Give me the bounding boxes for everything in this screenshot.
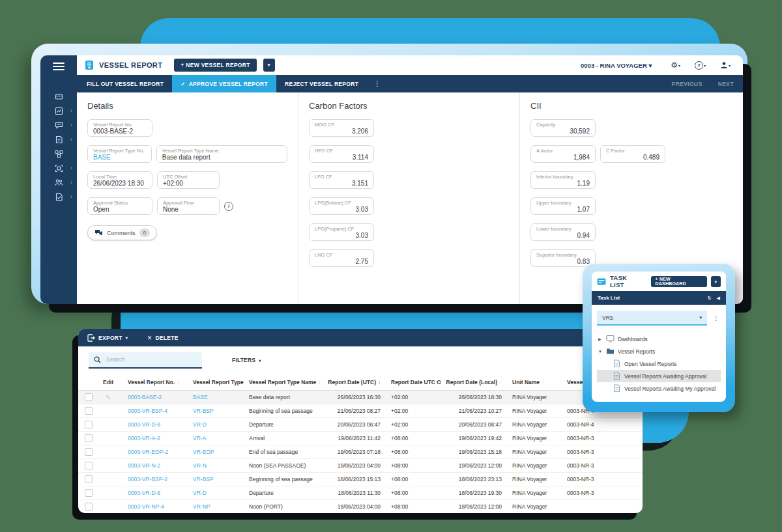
settings-gear-icon[interactable]: ⚙▾: [671, 61, 680, 70]
a-factor-field[interactable]: A factor 1,984: [530, 145, 596, 163]
row-checkbox[interactable]: [85, 434, 93, 442]
sidebar-item-messages[interactable]: ›: [40, 118, 77, 132]
vessel-report-no-link[interactable]: 0003-VR-D-8: [123, 421, 188, 428]
unit-selector[interactable]: 0003 - RINA VOYAGER ▾: [581, 62, 652, 69]
vessel-report-no-field[interactable]: Vessel Report No. 0003-BASE-2: [87, 119, 152, 137]
table-row[interactable]: 0003-VR-BSP-2VR-BSPBeginning of sea pass…: [78, 473, 643, 486]
tree-item-vessel-reports[interactable]: ▼Vessel Reports: [597, 345, 721, 357]
sort-arrow-icon[interactable]: ↓: [177, 379, 179, 385]
more-actions-icon[interactable]: ⋮: [367, 79, 387, 88]
row-checkbox[interactable]: [85, 448, 93, 456]
user-account-icon[interactable]: ▾: [720, 61, 731, 69]
row-checkbox[interactable]: [85, 421, 93, 428]
table-row[interactable]: ✎0003-BASE-2BASEBase data report26/06/20…: [78, 391, 643, 404]
table-row[interactable]: 0003-VR-NP-4VR-NPNoon (PORT)18/06/2023 0…: [78, 500, 643, 513]
sort-arrow-icon[interactable]: ↓: [378, 379, 381, 385]
vessel-report-type-no-link[interactable]: VR-A: [188, 435, 244, 441]
vrs-select[interactable]: VRS ▾: [597, 311, 707, 326]
row-checkbox[interactable]: [85, 503, 93, 511]
search-input[interactable]: [105, 356, 179, 363]
vessel-report-type-no-link[interactable]: VR-BSP: [188, 408, 244, 414]
vessel-report-no-link[interactable]: 0003-VR-EOP-2: [123, 449, 188, 455]
vessel-report-no-link[interactable]: 0003-VR-BSP-4: [123, 408, 188, 414]
vessel-report-no-link[interactable]: 0003-BASE-2: [123, 394, 188, 400]
sidebar-item-card[interactable]: [40, 89, 77, 104]
table-row[interactable]: 0003-VR-EOP-2VR-EOPEnd of sea passage19/…: [78, 445, 643, 459]
tab-fill-out-vessel-report[interactable]: FILL OUT VESSEL REPORT: [78, 75, 172, 92]
capacity-field[interactable]: Capacity 30,592: [530, 119, 596, 137]
help-icon[interactable]: ?▾: [695, 61, 706, 70]
vessel-report-type-name-field[interactable]: Vessel Report Type Name Base data report: [156, 145, 287, 163]
carbon-factor-field-0[interactable]: MGO CF3.206: [309, 119, 374, 137]
search-box[interactable]: [89, 352, 202, 369]
select-menu-icon[interactable]: ⋮: [712, 315, 721, 322]
filters-button[interactable]: FILTERS ▾: [232, 357, 261, 363]
superior-boundary-field[interactable]: Superior boundary 0.83: [530, 249, 596, 267]
row-checkbox[interactable]: [85, 475, 93, 483]
collapse-panel-icon[interactable]: ◀: [717, 297, 720, 300]
row-checkbox[interactable]: [85, 393, 93, 401]
sidebar-item-charts[interactable]: ›: [40, 104, 77, 118]
approval-flow-info-icon[interactable]: i: [224, 202, 233, 211]
carbon-factor-field-4[interactable]: LPG(Propane) CF3.03: [309, 223, 374, 241]
row-checkbox[interactable]: [85, 489, 93, 497]
table-row[interactable]: 0003-VR-D-6VR-DDeparture18/06/2023 11:30…: [78, 486, 643, 500]
table-row[interactable]: 0003-VR-A-2VR-AArrival19/06/2023 11:42+0…: [78, 432, 643, 445]
vessel-report-no-link[interactable]: 0003-VR-A-2: [123, 435, 188, 441]
vessel-report-type-no-link[interactable]: VR-D: [188, 490, 244, 496]
carbon-factor-field-3[interactable]: LPG(Butane) CF3.03: [309, 197, 374, 215]
lower-boundary-field[interactable]: Lower boundary 0.94: [530, 223, 596, 241]
table-row[interactable]: 0003-VR-N-2VR-NNoon (SEA PASSAGE)19/06/2…: [78, 459, 643, 473]
new-vessel-report-caret-button[interactable]: ▾: [263, 59, 275, 72]
tree-item-vessel-reports-awaiting-approval[interactable]: Vessel Reports Awaiting Approval: [597, 370, 721, 382]
tree-caret-icon[interactable]: ▶: [598, 337, 603, 341]
delete-button[interactable]: × DELETE: [147, 334, 179, 342]
next-button[interactable]: NEXT: [710, 81, 742, 87]
table-row[interactable]: 0003-VR-D-8VR-DDeparture20/06/2023 06:47…: [78, 418, 643, 432]
new-dashboard-caret-button[interactable]: ▾: [711, 276, 721, 287]
vessel-report-type-no-link[interactable]: VR-NP: [188, 503, 244, 510]
vessel-report-type-no-field[interactable]: Vessel Report Type No. BASE: [87, 145, 152, 163]
tab-approve-vessel-report[interactable]: ✓APPROVE VESSEL REPORT: [172, 75, 276, 92]
sidebar-item-frames[interactable]: ›: [40, 161, 77, 175]
vessel-report-no-link[interactable]: 0003-VR-BSP-2: [123, 476, 188, 483]
inferior-boundary-field[interactable]: Inferior boundary 1.19: [530, 171, 596, 189]
tab-reject-vessel-report[interactable]: REJECT VESSEL REPORT: [276, 75, 367, 92]
new-vessel-report-button[interactable]: + NEW VESSEL REPORT: [174, 59, 256, 72]
vessel-report-no-link[interactable]: 0003-VR-N-2: [123, 462, 188, 469]
vessel-report-type-no-link[interactable]: VR-D: [188, 421, 244, 428]
edit-pencil-icon[interactable]: ✎: [98, 394, 123, 401]
carbon-factor-field-1[interactable]: HFO CF3.114: [309, 145, 374, 163]
menu-icon[interactable]: [53, 61, 65, 72]
sort-arrow-icon[interactable]: ↓: [499, 379, 502, 385]
row-checkbox[interactable]: [85, 407, 93, 415]
local-time-field[interactable]: Local Time 26/06/2023 18:30: [87, 171, 152, 189]
sidebar-item-workflow[interactable]: [40, 147, 77, 161]
vessel-report-type-no-link[interactable]: VR-N: [188, 462, 244, 469]
carbon-factor-field-5[interactable]: LNG CF2.75: [309, 249, 374, 267]
vessel-report-type-no-link[interactable]: VR-EOP: [188, 449, 244, 455]
approval-status-field[interactable]: Approval Status Open: [87, 197, 152, 215]
upper-boundary-field[interactable]: Upper boundary 1.07: [530, 197, 596, 215]
vessel-report-type-no-link[interactable]: VR-BSP: [188, 476, 244, 483]
tree-item-vessel-reports-awaiting-my-approval[interactable]: Vessel Reports Awaiting My Approval: [597, 382, 721, 395]
sidebar-item-document[interactable]: ›: [40, 132, 77, 147]
approval-flow-field[interactable]: Approval Flow None: [157, 197, 220, 215]
table-row[interactable]: 0003-VR-BSP-4VR-BSPBeginning of sea pass…: [78, 404, 643, 418]
new-dashboard-button[interactable]: + NEW DASHBOARD: [651, 276, 707, 287]
tree-item-dashboards[interactable]: ▶Dashboards: [597, 333, 721, 345]
previous-button[interactable]: PREVIOUS: [664, 81, 710, 87]
sidebar-item-document-check[interactable]: ›: [40, 189, 77, 204]
vessel-report-no-link[interactable]: 0003-VR-NP-4: [123, 503, 188, 510]
comments-button[interactable]: Comments 0: [87, 225, 157, 240]
utc-offset-field[interactable]: UTC Offset +02:00: [157, 171, 220, 189]
sidebar-item-users[interactable]: ›: [40, 175, 77, 189]
tree-item-open-vessel-reports[interactable]: Open Vessel Reports: [597, 357, 721, 370]
sort-arrow-icon[interactable]: ↓: [542, 379, 544, 385]
vessel-report-no-link[interactable]: 0003-VR-D-6: [123, 490, 188, 496]
tree-caret-icon[interactable]: ▼: [598, 350, 603, 354]
vessel-report-type-no-link[interactable]: BASE: [188, 394, 244, 400]
export-button[interactable]: EXPORT ▾: [87, 334, 128, 342]
row-checkbox[interactable]: [85, 462, 93, 469]
sort-arrow-icon[interactable]: ↓: [318, 379, 321, 385]
